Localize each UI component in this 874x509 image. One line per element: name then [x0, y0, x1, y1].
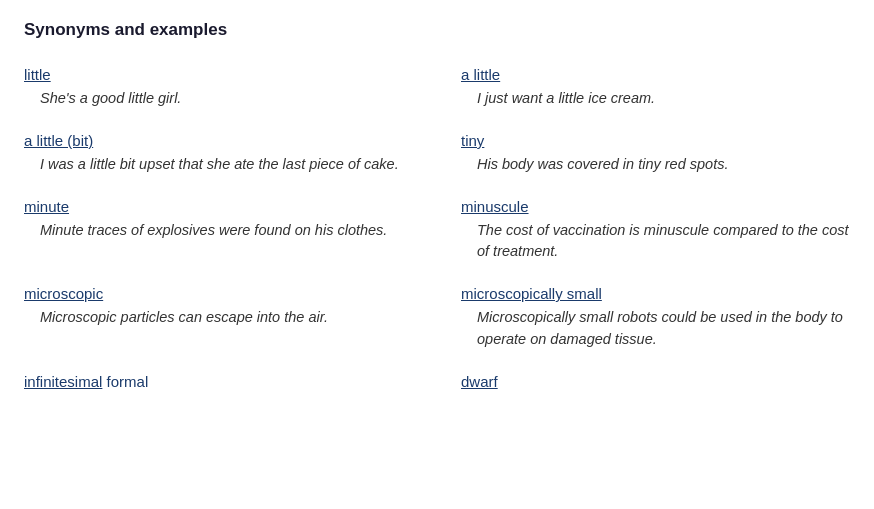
synonym-entry: dwarf — [437, 365, 850, 405]
synonym-entry: minusculeThe cost of vaccination is minu… — [437, 190, 850, 278]
synonym-label-extra: formal — [102, 373, 148, 390]
synonym-example: She's a good little girl. — [24, 88, 421, 110]
synonym-link-a-little-bit[interactable]: a little (bit) — [24, 132, 93, 149]
synonym-example: Microscopic particles can escape into th… — [24, 307, 421, 329]
synonyms-grid: littleShe's a good little girl.a littleI… — [24, 58, 850, 405]
synonym-entry: tinyHis body was covered in tiny red spo… — [437, 124, 850, 190]
synonym-entry: littleShe's a good little girl. — [24, 58, 437, 124]
synonym-link-microscopically-small[interactable]: microscopically small — [461, 285, 602, 302]
synonym-link-microscopic[interactable]: microscopic — [24, 285, 103, 302]
synonym-entry: a littleI just want a little ice cream. — [437, 58, 850, 124]
synonym-example: I just want a little ice cream. — [461, 88, 850, 110]
synonym-entry: minuteMinute traces of explosives were f… — [24, 190, 437, 278]
synonym-link-minuscule[interactable]: minuscule — [461, 198, 529, 215]
synonym-example: Minute traces of explosives were found o… — [24, 220, 421, 242]
synonym-entry: a little (bit)I was a little bit upset t… — [24, 124, 437, 190]
synonym-example: I was a little bit upset that she ate th… — [24, 154, 421, 176]
synonym-link-dwarf[interactable]: dwarf — [461, 373, 498, 390]
synonym-example: The cost of vaccination is minuscule com… — [461, 220, 850, 264]
synonym-link-little[interactable]: little — [24, 66, 51, 83]
synonym-example: His body was covered in tiny red spots. — [461, 154, 850, 176]
page-title: Synonyms and examples — [24, 20, 850, 40]
synonym-example: Microscopically small robots could be us… — [461, 307, 850, 351]
synonym-link-a-little[interactable]: a little — [461, 66, 500, 83]
synonym-link-tiny[interactable]: tiny — [461, 132, 484, 149]
synonym-link-minute[interactable]: minute — [24, 198, 69, 215]
synonym-entry: microscopically smallMicroscopically sma… — [437, 277, 850, 365]
synonym-entry: infinitesimal formal — [24, 365, 437, 405]
synonym-entry: microscopicMicroscopic particles can esc… — [24, 277, 437, 365]
synonym-link-infinitesimal[interactable]: infinitesimal — [24, 373, 102, 390]
